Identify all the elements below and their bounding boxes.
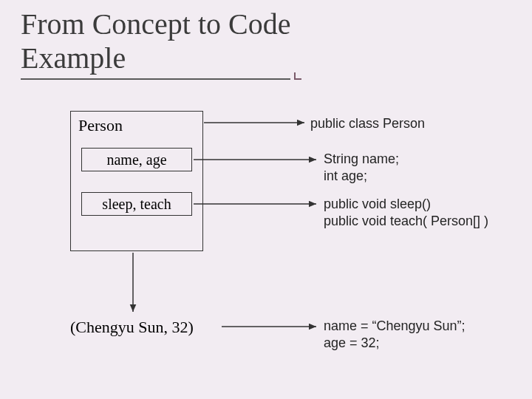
slide-title: From Concept to Code Example bbox=[0, 0, 532, 75]
code-class-declaration: public class Person bbox=[310, 115, 425, 132]
uml-class-box: Person bbox=[70, 111, 203, 251]
uml-attributes-box: name, age bbox=[81, 148, 192, 171]
code-fields: String name; int age; bbox=[324, 151, 399, 185]
code-methods: public void sleep() public void teach( P… bbox=[324, 196, 488, 231]
title-line-2: Example bbox=[21, 41, 126, 75]
diagram-area: Person name, age sleep, teach (Chengyu S… bbox=[0, 111, 532, 399]
uml-instance-label: (Chengyu Sun, 32) bbox=[70, 318, 194, 337]
uml-methods-box: sleep, teach bbox=[81, 192, 192, 216]
title-line-1: From Concept to Code bbox=[21, 7, 291, 41]
uml-class-name: Person bbox=[71, 112, 202, 140]
code-instance-assignment: name = “Chengyu Sun”; age = 32; bbox=[324, 318, 466, 352]
title-accent-icon bbox=[294, 72, 301, 80]
title-underline bbox=[21, 78, 290, 80]
